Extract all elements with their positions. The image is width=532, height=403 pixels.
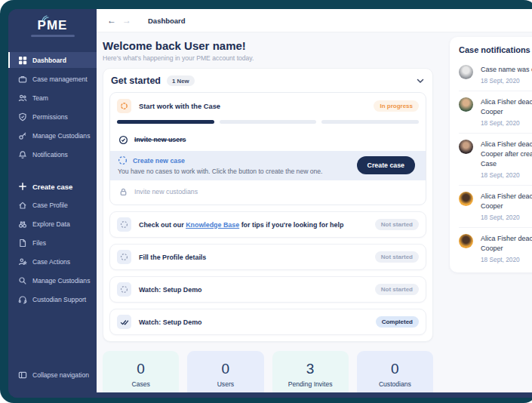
status-badge: Not started <box>375 219 419 230</box>
sidebar-item-manage-custodians[interactable]: Manage Custodians <box>8 128 97 143</box>
sidebar-bottom: Collapse navigation <box>8 367 97 386</box>
check-circle-icon <box>118 135 128 145</box>
create-case-button[interactable]: Create case <box>357 156 415 174</box>
progress-segment <box>321 120 419 124</box>
chevron-down-icon[interactable] <box>416 76 425 85</box>
stat-value: 0 <box>222 361 230 377</box>
stat-label: Cases <box>131 380 149 388</box>
binoculars-icon <box>18 220 27 229</box>
dashboard-content: Welcome back User name! Here's what's ha… <box>97 32 532 392</box>
sidebar-create-case-label: Create case <box>32 183 72 191</box>
sidebar-item-case-profile[interactable]: Case Profile <box>8 197 97 213</box>
progress-segment <box>220 120 317 124</box>
sidebar-item-notifications[interactable]: Notifications <box>8 146 97 162</box>
stat-users[interactable]: 0 Users <box>187 351 263 392</box>
notifications-title: Case notifications <box>459 45 532 54</box>
sidebar-item-manage-custodians-case[interactable]: Manage Custodians <box>8 272 97 288</box>
bell-icon <box>18 150 27 159</box>
notification-item[interactable]: Alica Fisher deactivated Cooper 18 Sept,… <box>459 228 532 269</box>
sidebar-nav-case: Case Profile Explore Data Files Case Act… <box>8 197 97 310</box>
breadcrumb: Dashboard <box>148 17 186 25</box>
stat-cases[interactable]: 0 Cases <box>103 351 179 392</box>
sidebar-item-explore-data[interactable]: Explore Data <box>8 216 97 232</box>
avatar <box>459 234 473 248</box>
stat-custodians[interactable]: 0 Custodians <box>357 351 433 392</box>
stat-label: Users <box>217 380 234 388</box>
subtask-label: Invite new custodians <box>134 188 198 195</box>
task-knowledge-base[interactable]: Check out our Knowledge Base for tips if… <box>109 211 426 238</box>
sidebar-item-label: Case management <box>32 75 88 83</box>
sidebar-item-team[interactable]: Team <box>8 90 97 106</box>
stats-row: 0 Cases 0 Users 3 Pending Invites 0 Cust… <box>103 351 433 392</box>
avatar <box>459 97 473 112</box>
logo-signal-icon <box>42 15 51 24</box>
sidebar-item-label: Permissions <box>32 113 68 121</box>
avatar <box>459 140 473 154</box>
key-icon <box>18 131 27 140</box>
briefcase-icon <box>18 75 27 84</box>
notification-text: Case name was created <box>481 65 532 75</box>
subtask-invite-custodians[interactable]: Invite new custodians <box>117 183 419 200</box>
get-started-card: Get started 1 New Start work with the Ca… <box>103 68 433 342</box>
main-task-row: Start work with the Case In progress <box>117 99 419 113</box>
grid-icon <box>18 56 27 65</box>
task-setup-demo[interactable]: Watch: Setup Demo Not started <box>109 276 426 303</box>
sidebar-item-label: Case Actions <box>32 258 70 266</box>
notification-text: Alica Fisher deactivated Cooper after cr… <box>481 140 532 169</box>
avatar <box>459 192 473 206</box>
knowledge-base-link[interactable]: Knowledge Base <box>186 221 239 229</box>
sidebar-item-label: Custodian Support <box>32 296 86 303</box>
stat-value: 3 <box>306 361 315 377</box>
forward-arrow-icon[interactable]: → <box>122 15 131 26</box>
back-arrow-icon[interactable]: ← <box>107 15 116 26</box>
sidebar-item-dashboard[interactable]: Dashboard <box>8 52 97 68</box>
sidebar-item-label: Files <box>32 239 46 247</box>
task-text-suffix: for tips if you're looking for help <box>239 221 343 229</box>
progress-segment-complete <box>117 120 214 124</box>
notification-date: 18 Sept, 2020 <box>481 256 532 263</box>
sidebar: PME Dashboard Case management Team <box>8 9 97 398</box>
subtask-create-new-case: Create new case You have no cases to wor… <box>110 151 426 180</box>
main-area: ← → Dashboard Welcome back User name! He… <box>97 9 532 392</box>
notification-date: 18 Sept, 2020 <box>481 119 532 127</box>
sidebar-item-custodian-support[interactable]: Custodian Support <box>8 291 97 307</box>
sidebar-item-case-management[interactable]: Case management <box>8 71 97 87</box>
notification-item[interactable]: Alica Fisher deactivated Cooper 18 Sept,… <box>459 91 532 134</box>
task-label: Fill the Profile details <box>139 254 206 261</box>
headset-icon <box>18 295 27 304</box>
create-case-text: Create new case You have no cases to wor… <box>118 155 357 175</box>
dashed-circle-icon <box>118 155 128 165</box>
logo-text: PME <box>31 18 75 33</box>
start-work-card: Start work with the Case In progress Inv… <box>109 92 426 205</box>
double-check-icon <box>117 315 131 329</box>
stat-value: 0 <box>391 361 399 377</box>
task-setup-demo-completed[interactable]: Watch: Setup Demo Completed <box>109 309 426 335</box>
task-profile-details[interactable]: Fill the Profile details Not started <box>109 244 426 270</box>
shield-icon <box>18 112 27 122</box>
sidebar-nav-top: Dashboard Case management Team Permissio… <box>8 52 97 165</box>
sidebar-item-label: Collapse navigation <box>32 371 89 379</box>
collapse-navigation[interactable]: Collapse navigation <box>8 367 97 383</box>
notification-item[interactable]: Case name was created 18 Sept, 2020 <box>459 59 532 91</box>
notification-item[interactable]: Alica Fisher deactivated Cooper after cr… <box>459 134 532 186</box>
dashed-circle-icon <box>117 282 131 297</box>
task-label: Check out our Knowledge Base for tips if… <box>139 221 343 229</box>
topbar: ← → Dashboard <box>97 9 532 32</box>
sidebar-create-case[interactable]: Create case <box>8 182 97 191</box>
sidebar-item-label: Team <box>32 94 48 102</box>
task-label: Watch: Setup Demo <box>139 318 202 326</box>
status-badge: Not started <box>375 284 419 295</box>
subtask-label: Invite new users <box>134 136 186 143</box>
stat-pending-invites[interactable]: 3 Pending Invites <box>272 351 349 392</box>
notification-item[interactable]: Alica Fisher deactivated Cooper 18 Sept,… <box>459 186 532 228</box>
sidebar-item-label: Explore Data <box>32 220 70 228</box>
status-badge: In progress <box>374 100 419 112</box>
app-window: PME Dashboard Case management Team <box>8 9 532 398</box>
sidebar-item-files[interactable]: Files <box>8 235 97 251</box>
subtask-invite-users[interactable]: Invite new users <box>117 131 419 148</box>
notification-text: Alica Fisher deactivated Cooper <box>481 192 532 211</box>
sidebar-item-case-actions[interactable]: Case Actions <box>8 254 97 269</box>
notification-date: 18 Sept, 2020 <box>481 214 532 221</box>
sidebar-item-permissions[interactable]: Permissions <box>8 109 97 125</box>
progress-bar <box>117 120 419 124</box>
